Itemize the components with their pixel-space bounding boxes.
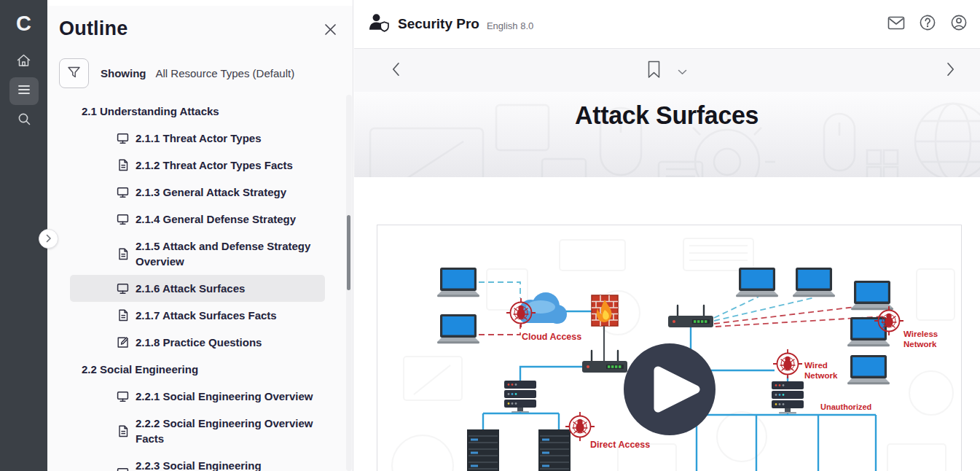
diagram-label-wired-2: Network — [804, 371, 838, 380]
chevron-right-icon — [946, 62, 954, 79]
outline-item-label: 2.1.1 Threat Actor Types — [136, 131, 262, 146]
outline-menu-button[interactable] — [9, 77, 39, 105]
panel-collapse-toggle[interactable] — [39, 229, 58, 249]
outline-item-label: 2.1.6 Attack Surfaces — [136, 281, 245, 296]
video-icon — [117, 132, 129, 144]
outline-item[interactable]: 2.1.4 General Defense Strategy — [70, 206, 325, 233]
bookmark-dropdown-caret[interactable] — [678, 65, 687, 78]
fact-icon — [117, 248, 129, 260]
diagram-label-cloud-access: Cloud Access — [522, 332, 581, 342]
search-button[interactable] — [9, 106, 39, 134]
outline-tree: 2.1 Understanding Attacks2.1.1 Threat Ac… — [47, 98, 353, 471]
hamburger-icon — [17, 84, 31, 98]
outline-item-label: 2.1.7 Attack Surfaces Facts — [136, 308, 277, 323]
account-icon — [950, 14, 968, 34]
outline-item-label: 2.1.8 Practice Questions — [136, 335, 262, 350]
mail-icon — [887, 16, 905, 33]
lesson-content: Cloud Access Direct Access Wired Network… — [354, 177, 980, 471]
outline-item-label: 2.1.3 General Attack Strategy — [136, 184, 286, 200]
course-title: Security Pro — [398, 16, 479, 32]
practice-icon — [117, 336, 129, 349]
help-button[interactable] — [918, 15, 937, 34]
video-player[interactable]: Cloud Access Direct Access Wired Network… — [377, 225, 962, 471]
outline-item[interactable]: 2.1.3 General Attack Strategy — [70, 179, 325, 206]
outline-panel: Outline Showing All Resource Types (Defa… — [47, 0, 353, 471]
video-icon — [117, 390, 129, 402]
messages-button[interactable] — [887, 15, 906, 34]
bookmark-button[interactable] — [648, 61, 665, 79]
diagram-label-wireless-2: Network — [903, 340, 937, 349]
outline-item-label: 2.1.4 General Defense Strategy — [136, 211, 296, 227]
diagram-label-wired-1: Wired — [804, 361, 828, 370]
help-icon — [919, 14, 936, 34]
close-icon — [324, 23, 337, 39]
video-icon — [117, 282, 129, 295]
close-outline-button[interactable] — [322, 23, 338, 39]
video-icon — [117, 186, 129, 198]
previous-lesson-button[interactable] — [386, 61, 405, 80]
fact-icon — [117, 159, 129, 171]
home-icon — [16, 53, 31, 71]
outline-item[interactable]: 2.2.1 Social Engineering Overview — [70, 383, 325, 410]
video-icon — [117, 467, 129, 471]
outline-title: Outline — [59, 17, 128, 40]
filter-value: All Resource Types (Default) — [156, 67, 295, 79]
funnel-icon — [67, 66, 81, 82]
filter-button[interactable] — [59, 58, 89, 88]
home-button[interactable] — [9, 48, 39, 76]
outline-item[interactable]: 2.2.3 Social Engineering Techniques — [70, 452, 325, 471]
outline-scrollbar-thumb[interactable] — [347, 215, 350, 290]
outline-item[interactable]: 2.1.2 Threat Actor Types Facts — [70, 152, 325, 179]
diagram-label-direct-access: Direct Access — [590, 440, 650, 450]
main-area: Security Pro English 8.0 — [354, 0, 980, 471]
app-header: Security Pro English 8.0 — [354, 0, 980, 49]
outline-section-label: 2.2 Social Engineering — [47, 356, 353, 383]
outline-item-label: 2.2.3 Social Engineering Techniques — [136, 458, 319, 471]
chevron-left-icon — [392, 62, 400, 79]
lesson-nav-bar — [354, 49, 980, 92]
outline-item-label: 2.1.2 Threat Actor Types Facts — [136, 157, 293, 173]
next-lesson-button[interactable] — [941, 61, 960, 80]
filter-showing-label: Showing — [101, 67, 146, 79]
outline-item[interactable]: 2.1.6 Attack Surfaces — [70, 275, 325, 302]
chevron-right-icon — [46, 233, 52, 246]
video-icon — [117, 213, 129, 225]
diagram-label-wireless-1: Wireless — [903, 330, 938, 338]
app-logo: C — [0, 0, 47, 47]
lesson-title-banner: Attack Surfaces — [354, 92, 980, 177]
page-title: Attack Surfaces — [575, 101, 758, 177]
outline-scrollbar-track — [346, 95, 352, 471]
account-button[interactable] — [949, 15, 968, 34]
panel-top-strip — [47, 0, 353, 6]
security-pro-logo-icon — [369, 13, 389, 35]
outline-item[interactable]: 2.1.7 Attack Surfaces Facts — [70, 302, 325, 329]
fact-icon — [117, 309, 129, 322]
outline-item[interactable]: 2.1.8 Practice Questions — [70, 329, 325, 356]
outline-item-label: 2.2.2 Social Engineering Overview Facts — [136, 416, 319, 446]
outline-item-label: 2.2.1 Social Engineering Overview — [136, 389, 313, 404]
outline-item[interactable]: 2.1.5 Attack and Defense Strategy Overvi… — [70, 233, 325, 275]
outline-item[interactable]: 2.2.2 Social Engineering Overview Facts — [70, 410, 325, 452]
fact-icon — [117, 425, 129, 437]
outline-section-label: 2.1 Understanding Attacks — [47, 98, 353, 125]
outline-item[interactable]: 2.1.1 Threat Actor Types — [70, 125, 325, 152]
course-edition: English 8.0 — [487, 20, 533, 31]
search-icon — [17, 112, 31, 129]
diagram-label-unauthorized: Unauthorized — [820, 402, 871, 411]
play-button[interactable] — [624, 343, 716, 435]
outline-item-label: 2.1.5 Attack and Defense Strategy Overvi… — [136, 238, 319, 269]
